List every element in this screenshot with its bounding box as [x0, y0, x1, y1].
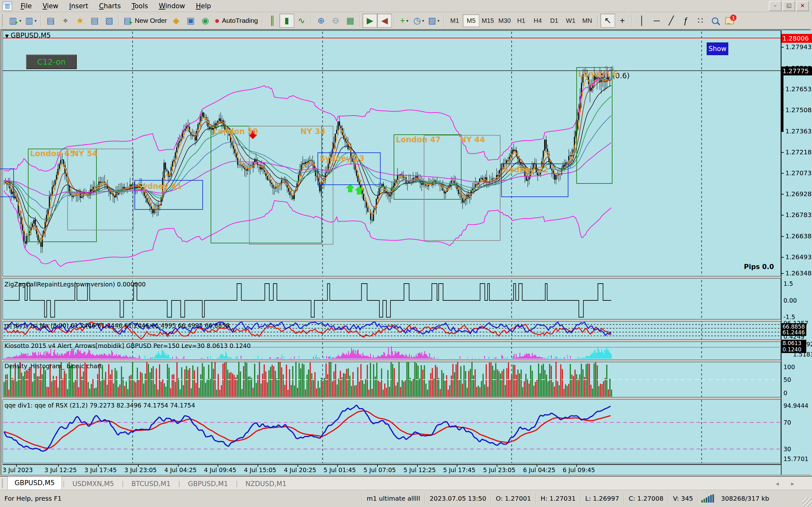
data-window-button[interactable]: ⌖ — [58, 14, 72, 27]
indicators-button[interactable]: +▾ — [397, 14, 411, 27]
chevron-down-icon: ▾ — [35, 18, 37, 23]
zigzag-axis-label: 1.5 — [783, 280, 793, 287]
strategy-tester-button[interactable]: ▧ — [102, 14, 116, 27]
profiles-button[interactable]: ▥▾ — [23, 14, 38, 27]
signals-button[interactable]: ◉ — [198, 14, 212, 27]
bar-chart-button[interactable]: ║ — [265, 14, 280, 27]
alerts-button[interactable]: 1 — [722, 14, 737, 27]
cursor-button[interactable]: ↖ — [600, 14, 615, 27]
accent-icon: ↕ — [52, 19, 55, 26]
tab-scroll-arrows[interactable]: ◂ ▸ — [776, 480, 799, 487]
timeframe-h4-button[interactable]: H4 — [529, 14, 546, 27]
tile-windows-icon: ▦ — [346, 16, 355, 25]
close-button[interactable]: × — [796, 1, 809, 11]
mql5-community-button[interactable]: ▣ — [183, 14, 198, 27]
menu-help[interactable]: Help — [190, 1, 216, 11]
tab-gbpusd-m1[interactable]: GBPUSD,M1 — [181, 478, 235, 489]
time-axis-label: 5 Jul 12:25 — [403, 466, 436, 473]
minimize-button[interactable]: – — [769, 1, 781, 11]
fibonacci-button[interactable]: ƒ — [678, 14, 693, 27]
new-order-label: New Order — [135, 17, 167, 24]
qqe-axis-label: 70 — [783, 419, 791, 426]
menu-charts[interactable]: Charts — [94, 1, 126, 11]
show-button[interactable]: Show — [707, 43, 728, 55]
drawing-tools-button[interactable]: ∷ — [693, 14, 708, 27]
price-axis-label: 1.27218 — [785, 148, 812, 156]
menu-view[interactable]: View — [37, 1, 64, 11]
time-axis-label: 5 Jul 23:05 — [483, 466, 515, 473]
tab-gbpusd-m5[interactable]: GBPUSD,M5 — [7, 476, 62, 489]
qqe-axis-label: 94.9444 — [783, 402, 809, 409]
resize-grip[interactable] — [803, 498, 812, 507]
chevron-down-icon: ▾ — [406, 18, 409, 23]
time-axis-label: 6 Jul 04:25 — [523, 466, 555, 473]
profiles-icon: ▥ — [25, 16, 33, 25]
terminal-button[interactable]: ▤ — [87, 14, 102, 27]
new-order-button[interactable]: ▤+New Order — [121, 14, 169, 27]
menu-file[interactable]: File — [15, 1, 37, 11]
market-watch-button[interactable]: ▤↕ — [44, 14, 58, 27]
candlestick-chart-button[interactable]: ▮ — [280, 14, 294, 27]
status-high: H: 1.27031 — [536, 495, 580, 502]
chart-plot[interactable]: 3 Jul 20233 Jul 12:253 Jul 17:453 Jul 23… — [3, 31, 781, 475]
tab-nzdusd-m1[interactable]: NZDUSD,M1 — [239, 478, 293, 489]
metaeditor-button[interactable]: ◆ — [169, 14, 183, 27]
timeframe-w1-button[interactable]: W1 — [562, 14, 579, 27]
autotrading-button[interactable]: ●AutoTrading — [212, 14, 260, 27]
tab-usdmxn-m5[interactable]: USDMXN,M5 — [65, 478, 121, 489]
toolbar-separator — [394, 14, 395, 27]
new-chart-button[interactable]: ▥+▾ — [7, 14, 23, 27]
line-chart-button[interactable]: ∿ — [294, 14, 309, 27]
price-axis-label: 1.27508 — [785, 106, 812, 114]
density-axis-label: 100 — [783, 363, 795, 371]
price-axis[interactable]: 1.279431.277981.276531.275081.273631.272… — [781, 31, 811, 475]
navigator-button[interactable]: ★ — [72, 14, 87, 27]
templates-button[interactable]: ▨▾ — [426, 14, 441, 27]
terminal-icon: ▤ — [90, 16, 99, 25]
status-time: 2023.07.05 13:50 — [425, 495, 491, 502]
restore-button[interactable]: ◱ — [782, 1, 795, 11]
strategy-tester-icon: ▧ — [105, 16, 113, 25]
status-bar: For Help, press F1 m1 ultimate alllll202… — [0, 489, 812, 507]
price-axis-label: 1.27073 — [785, 169, 812, 177]
tile-windows-button[interactable]: ▦ — [343, 14, 357, 27]
kiosotto-value-tag: 8.0613 — [781, 340, 806, 347]
crosshair-icon: + — [620, 16, 625, 25]
ask-price-tag: 1.28006 — [781, 34, 812, 43]
menu-tools[interactable]: Tools — [126, 1, 154, 11]
menu-insert[interactable]: Insert — [64, 1, 94, 11]
toolbar-separator — [311, 14, 311, 27]
price-scale-bar[interactable] — [781, 71, 783, 131]
timeframe-h1-button[interactable]: H1 — [513, 14, 529, 27]
crosshair-button[interactable]: + — [615, 14, 629, 27]
autotrading-icon: ● — [214, 16, 219, 25]
horizontal-line-icon: ─ — [654, 16, 660, 25]
timeframe-m1-button[interactable]: M1 — [446, 14, 463, 27]
periods-button[interactable]: ◷▾ — [411, 14, 426, 27]
time-axis-label: 3 Jul 2023 — [3, 466, 33, 473]
trendline-button[interactable]: ╱ — [664, 14, 678, 27]
vertical-line-button[interactable]: │ — [635, 14, 649, 27]
menu-window[interactable]: Window — [154, 1, 191, 11]
timeframe-mn-button[interactable]: MN — [579, 14, 595, 27]
status-help: For Help, press F1 — [0, 495, 362, 502]
autotrading-label: AutoTrading — [222, 17, 258, 24]
cursor-icon: ↖ — [604, 16, 612, 25]
chart-shift-button[interactable]: ◀ — [377, 14, 392, 27]
tab-btcusd-m1[interactable]: BTCUSD,M1 — [124, 478, 177, 489]
timeframe-m5-button[interactable]: M5 — [463, 14, 479, 27]
zoom-in-button[interactable]: ⊕ — [314, 14, 328, 27]
time-axis-label: 3 Jul 23:05 — [124, 466, 157, 473]
c12-toggle-button[interactable]: C12-on — [26, 55, 77, 69]
timeframe-m30-button[interactable]: M30 — [496, 14, 513, 27]
bar-chart-icon: ║ — [269, 16, 275, 25]
horizontal-line-button[interactable]: ─ — [649, 14, 664, 27]
search-button[interactable] — [708, 14, 722, 27]
zoom-out-button[interactable]: ⊖ — [328, 14, 343, 27]
line-chart-icon: ∿ — [298, 16, 305, 25]
timeframe-m15-button[interactable]: M15 — [479, 14, 496, 27]
timeframe-d1-button[interactable]: D1 — [546, 14, 562, 27]
status-profile: m1 ultimate alllll — [362, 495, 424, 502]
auto-scroll-button[interactable]: ▶ — [362, 14, 377, 27]
time-axis-label: 4 Jul 09:45 — [204, 466, 236, 473]
